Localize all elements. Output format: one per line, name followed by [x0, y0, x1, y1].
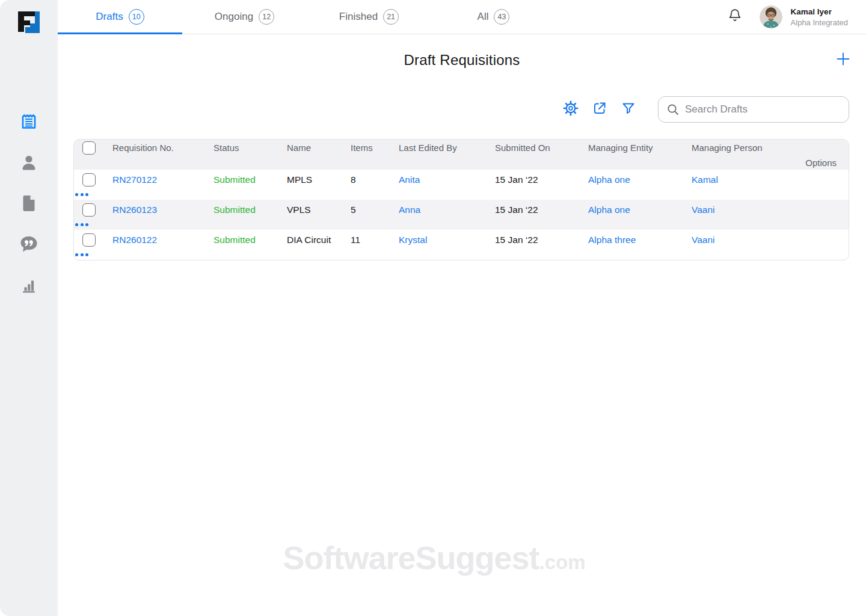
col-header-requisition-no: Requisition No.	[106, 143, 207, 153]
status-text: Submitted	[207, 174, 281, 185]
status-text: Submitted	[207, 205, 281, 215]
managing-person-link[interactable]: Vaani	[686, 205, 849, 215]
tab-label: Drafts	[96, 11, 123, 23]
tab-count-badge: 10	[129, 9, 144, 25]
submitted-on-cell: 15 Jan ‘22	[489, 235, 582, 245]
bar-chart-icon	[20, 276, 38, 297]
tab-count-badge: 21	[383, 9, 399, 25]
tab-finished[interactable]: Finished 21	[307, 0, 431, 34]
table-header-row: Requisition No. Status Name Items Last E…	[74, 140, 849, 170]
document-icon	[20, 194, 38, 215]
search-wrap	[658, 96, 849, 123]
main-area: Drafts 10 Ongoing 12 Finished 21 All 43	[58, 0, 866, 616]
page-title: Draft Requisitions	[58, 47, 866, 73]
settings-button[interactable]	[564, 102, 578, 117]
requisition-no-link[interactable]: RN260122	[106, 235, 207, 245]
app-logo-icon	[17, 10, 41, 34]
title-row: Draft Requisitions	[58, 47, 866, 73]
sidebar-item-people[interactable]	[17, 152, 41, 176]
sidebar	[0, 0, 58, 616]
person-icon	[20, 153, 38, 174]
search-input[interactable]	[658, 96, 849, 123]
row-options-button[interactable]	[75, 223, 88, 226]
managing-person-link[interactable]: Vaani	[686, 235, 849, 245]
topbar-right: Kamal Iyer Alpha Integrated	[727, 0, 866, 34]
items-cell: 11	[345, 235, 393, 245]
tab-label: All	[478, 11, 489, 23]
status-text: Submitted	[207, 235, 281, 245]
app-window: Drafts 10 Ongoing 12 Finished 21 All 43	[0, 0, 866, 616]
user-menu[interactable]: Kamal Iyer Alpha Integrated	[791, 7, 848, 27]
table-controls	[564, 96, 849, 123]
watermark-suffix: .com	[539, 551, 586, 573]
user-name: Kamal Iyer	[791, 7, 848, 16]
user-avatar[interactable]	[760, 5, 782, 28]
row-options-button[interactable]	[75, 253, 88, 256]
user-organization: Alpha Integrated	[791, 18, 848, 27]
receipt-icon	[19, 111, 38, 134]
notifications-button[interactable]	[727, 8, 743, 26]
items-cell: 5	[345, 205, 393, 215]
tab-all[interactable]: All 43	[431, 0, 556, 34]
requisition-no-link[interactable]: RN270122	[106, 174, 207, 185]
bell-icon	[727, 8, 743, 26]
last-edited-by-link[interactable]: Anna	[393, 205, 489, 215]
col-header-options: Options	[686, 158, 849, 168]
watermark: SoftwareSuggest.com	[283, 539, 585, 576]
tab-bar: Drafts 10 Ongoing 12 Finished 21 All 43	[58, 0, 556, 34]
table-row: RN270122 Submitted MPLS 8 Anita 15 Jan ‘…	[74, 170, 849, 200]
sidebar-item-reports[interactable]	[17, 274, 41, 298]
row-checkbox[interactable]	[82, 233, 96, 247]
funnel-icon	[621, 101, 636, 118]
filter-button[interactable]	[621, 102, 636, 117]
name-cell: VPLS	[281, 205, 345, 215]
add-requisition-button[interactable]	[835, 52, 852, 69]
external-link-icon	[592, 101, 607, 118]
tab-ongoing[interactable]: Ongoing 12	[182, 0, 307, 34]
managing-entity-link[interactable]: Alpha one	[582, 174, 686, 185]
col-header-name: Name	[281, 143, 345, 153]
sidebar-nav	[17, 111, 41, 298]
plus-icon	[835, 51, 851, 69]
col-header-managing-person: Managing Person	[686, 143, 849, 153]
tab-drafts[interactable]: Drafts 10	[58, 0, 182, 34]
export-button[interactable]	[592, 102, 607, 117]
col-header-status: Status	[207, 143, 281, 153]
managing-person-link[interactable]: Kamal	[686, 174, 849, 185]
row-checkbox[interactable]	[82, 173, 96, 186]
col-header-managing-entity: Managing Entity	[582, 143, 686, 153]
name-cell: MPLS	[281, 174, 345, 185]
tab-count-badge: 43	[494, 9, 509, 25]
sidebar-item-requisitions[interactable]	[17, 111, 41, 135]
managing-entity-link[interactable]: Alpha one	[582, 205, 686, 215]
last-edited-by-link[interactable]: Anita	[393, 174, 489, 185]
tab-count-badge: 12	[259, 9, 274, 25]
submitted-on-cell: 15 Jan ‘22	[489, 205, 582, 215]
sidebar-item-comments[interactable]	[17, 233, 41, 257]
col-header-last-edited-by: Last Edited By	[393, 143, 489, 153]
gear-icon	[563, 100, 579, 119]
requisition-no-link[interactable]: RN260123	[106, 205, 207, 215]
search-icon	[666, 103, 680, 116]
name-cell: DIA Circuit	[281, 235, 345, 245]
table-row: RN260122 Submitted DIA Circuit 11 Krysta…	[74, 230, 849, 260]
requisitions-table: Requisition No. Status Name Items Last E…	[73, 139, 849, 260]
topbar: Drafts 10 Ongoing 12 Finished 21 All 43	[58, 0, 866, 34]
last-edited-by-link[interactable]: Krystal	[393, 235, 489, 245]
row-options-button[interactable]	[75, 193, 88, 196]
select-all-checkbox[interactable]	[82, 141, 96, 155]
sidebar-item-documents[interactable]	[17, 192, 41, 217]
chat-quote-icon	[19, 235, 39, 256]
watermark-main: SoftwareSuggest	[283, 540, 539, 576]
managing-entity-link[interactable]: Alpha three	[582, 235, 686, 245]
col-header-items: Items	[345, 143, 393, 153]
table-row: RN260123 Submitted VPLS 5 Anna 15 Jan ‘2…	[74, 200, 849, 230]
items-cell: 8	[345, 174, 393, 185]
col-header-submitted-on: Submitted On	[489, 143, 582, 153]
submitted-on-cell: 15 Jan ‘22	[489, 174, 582, 185]
row-checkbox[interactable]	[82, 203, 96, 217]
tab-label: Ongoing	[215, 11, 253, 23]
tab-label: Finished	[339, 11, 378, 23]
